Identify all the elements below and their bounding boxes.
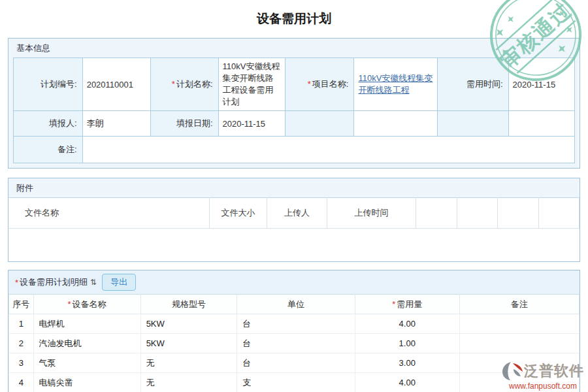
- need-time-label: 需用时间:: [438, 58, 508, 111]
- required-icon: *: [15, 278, 18, 287]
- detail-cell: 电焊机: [33, 314, 140, 334]
- attachments-section-title: 附件: [8, 178, 580, 197]
- empty-label-cell: [285, 111, 354, 137]
- detail-cell: [459, 334, 579, 353]
- page-title: 设备需用计划: [0, 0, 588, 38]
- detail-cell: 1.00: [355, 334, 459, 353]
- detail-cell: 5KW: [140, 334, 237, 353]
- detail-cell: 台: [237, 353, 355, 373]
- plan-name-value: 110kV安徽线程集变开断线路工程设备需用计划: [218, 58, 285, 111]
- detail-cell: 2: [9, 334, 34, 353]
- basic-info-table: 计划编号: 2020110001 *计划名称: 110kV安徽线程集变开断线路工…: [13, 57, 575, 163]
- detail-col-header: *设备名称: [33, 295, 140, 314]
- detail-col-header: 序号: [9, 295, 34, 314]
- detail-section-title: 设备需用计划明细: [20, 276, 88, 288]
- need-time-value: 2020-11-15: [508, 58, 574, 111]
- required-icon: *: [68, 299, 71, 309]
- attachments-panel: 附件 文件名称文件大小上传人上传时间: [8, 178, 580, 262]
- detail-cell: 5KW: [140, 314, 237, 334]
- project-link[interactable]: 110kV安徽线程集变开断线路工程: [358, 73, 433, 95]
- vendor-logo-icon: [502, 361, 524, 381]
- detail-cell: 4: [9, 373, 34, 392]
- detail-table: 序号*设备名称规格型号单位*需用量备注 1电焊机5KW台4.002汽油发电机5K…: [8, 294, 580, 392]
- remark-value: [82, 137, 574, 163]
- filler-label: 填报人:: [14, 111, 83, 137]
- detail-cell: 无: [140, 373, 237, 392]
- detail-cell: 台: [237, 334, 355, 353]
- page: 设备需用计划 审核通过 基本信息: [0, 0, 588, 392]
- table-row: 填报人: 李朗 填报日期: 2020-11-15: [14, 111, 575, 137]
- detail-cell: 汽油发电机: [33, 334, 140, 353]
- detail-panel: * 设备需用计划明细 ⇅ 导出 序号*设备名称规格型号单位*需用量备注 1电焊机…: [8, 270, 580, 392]
- detail-cell: 4.00: [355, 373, 459, 392]
- attachment-col-header: [416, 198, 457, 229]
- required-icon: *: [392, 299, 395, 309]
- fill-date-label: 填报日期:: [150, 111, 218, 137]
- detail-cell: 1: [9, 314, 34, 334]
- empty-value-cell: [508, 111, 574, 137]
- empty-value-cell: [354, 111, 438, 137]
- sort-icon[interactable]: ⇅: [90, 278, 97, 287]
- detail-col-header: 备注: [459, 295, 579, 314]
- attachments-table: 文件名称文件大小上传人上传时间: [8, 197, 580, 229]
- detail-cell: 气泵: [33, 353, 140, 373]
- export-button[interactable]: 导出: [102, 274, 136, 291]
- detail-table-body: 1电焊机5KW台4.002汽油发电机5KW台1.003气泵无台3.004电镐尖凿…: [9, 314, 580, 392]
- attachment-col-header: 上传时间: [327, 198, 416, 229]
- plan-no-label: 计划编号:: [14, 58, 83, 111]
- plan-name-label: *计划名称:: [150, 58, 218, 111]
- attachments-empty-body: [8, 229, 580, 261]
- table-row: 4电镐尖凿无支4.00: [9, 373, 580, 392]
- detail-cell: [459, 314, 579, 334]
- table-row: 2汽油发电机5KW台1.00: [9, 334, 580, 353]
- table-row: 计划编号: 2020110001 *计划名称: 110kV安徽线程集变开断线路工…: [14, 58, 575, 111]
- fill-date-value: 2020-11-15: [218, 111, 285, 137]
- detail-cell: 4.00: [355, 314, 459, 334]
- attachment-col-header: 文件名称: [8, 198, 209, 229]
- detail-cell: 支: [237, 373, 355, 392]
- filler-value: 李朗: [82, 111, 150, 137]
- detail-col-header: 规格型号: [140, 295, 237, 314]
- detail-cell: 3.00: [355, 353, 459, 373]
- attachment-col-header: 文件大小: [209, 198, 267, 229]
- required-icon: *: [172, 79, 175, 89]
- attachment-col-header: [538, 198, 579, 229]
- vendor-brand-text: 泛普软件: [524, 364, 584, 378]
- attachments-header-row: 文件名称文件大小上传人上传时间: [8, 198, 580, 229]
- detail-cell: 台: [237, 314, 355, 334]
- table-row: 3气泵无台3.00: [9, 353, 580, 373]
- project-name-label: *项目名称:: [285, 58, 354, 111]
- detail-col-header: 单位: [237, 295, 355, 314]
- required-icon: *: [308, 79, 311, 89]
- detail-header-row: 序号*设备名称规格型号单位*需用量备注: [9, 295, 580, 314]
- basic-info-panel: 基本信息 计划编号: 2020110001 *计划名称: 110kV安徽线程集变…: [8, 38, 580, 169]
- vendor-url: www.fanpusoft.com: [502, 382, 584, 391]
- table-row: 1电焊机5KW台4.00: [9, 314, 580, 334]
- detail-cell: 无: [140, 353, 237, 373]
- remark-label: 备注:: [14, 137, 83, 163]
- basic-info-section-title: 基本信息: [8, 39, 580, 57]
- attachment-col-header: [498, 198, 539, 229]
- detail-col-header: *需用量: [355, 295, 459, 314]
- vendor-watermark: 泛普软件 www.fanpusoft.com: [502, 361, 584, 391]
- table-row: 备注:: [14, 137, 575, 163]
- attachment-col-header: 上传人: [267, 198, 327, 229]
- plan-no-value: 2020110001: [82, 58, 150, 111]
- empty-label-cell: [438, 111, 508, 137]
- detail-cell: 电镐尖凿: [33, 373, 140, 392]
- project-name-value: 110kV安徽线程集变开断线路工程: [354, 58, 438, 111]
- detail-header-bar: * 设备需用计划明细 ⇅ 导出: [8, 270, 580, 294]
- detail-cell: 3: [9, 353, 34, 373]
- attachment-col-header: [457, 198, 498, 229]
